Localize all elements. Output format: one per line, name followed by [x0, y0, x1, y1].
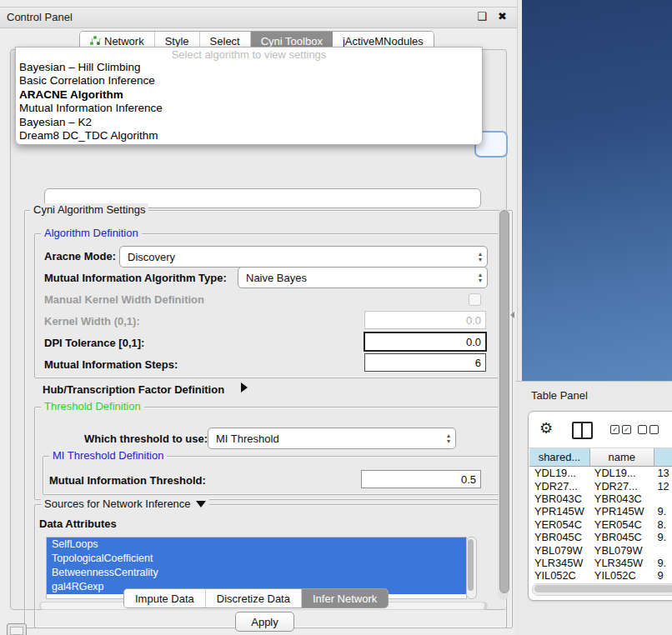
algorithm-option-aracne-algorithm[interactable]: ARACNE Algorithm: [16, 88, 482, 102]
table-cell: YBR045C: [529, 531, 591, 543]
table-cell: YPR145W: [591, 505, 654, 518]
stepper-arrows-icon: [474, 272, 487, 283]
table-row[interactable]: YIL052CYIL052C9: [529, 569, 672, 582]
combo-value: Discovery: [120, 251, 474, 263]
table-row[interactable]: YBR045CYBR045C9.: [529, 531, 672, 543]
algorithm-list: Bayesian – Hill ClimbingBasic Correlatio…: [16, 61, 482, 142]
column-header-shared[interactable]: shared...: [529, 448, 590, 467]
scrollbar-thumb[interactable]: [468, 539, 474, 591]
close-icon[interactable]: ✖: [498, 10, 507, 22]
dpi-tolerance-label: DPI Tolerance [0,1]:: [44, 337, 144, 349]
table-cell: 9: [654, 569, 672, 582]
control-panel-titlebar: Control Panel ❑ ✖: [0, 7, 517, 28]
table-cell: YDR27...: [591, 480, 654, 492]
table-cell: YBL079W: [591, 544, 654, 557]
tab-discretize-data[interactable]: Discretize Data: [206, 589, 302, 608]
table-panel: Table Panel ⚙ ✓ ✓ shared...name YDL19...…: [515, 381, 672, 635]
group-title: Cyni Algorithm Settings: [30, 203, 148, 216]
deselect-all-icon[interactable]: [638, 425, 659, 434]
kernel-width-label: Kernel Width (0,1):: [44, 315, 140, 328]
splitpane-handle-icon[interactable]: [510, 312, 514, 318]
tab-label: Select: [210, 35, 240, 48]
table-row[interactable]: YPR145WYPR145W9.: [529, 505, 672, 518]
split-view-icon[interactable]: [572, 422, 593, 439]
stepper-arrows-icon: [474, 251, 487, 262]
table-row[interactable]: YDR27...YDR27...12: [529, 479, 672, 492]
table-cell: YIL052C: [529, 569, 591, 582]
float-window-icon[interactable]: ❑: [477, 10, 487, 22]
collapsed-right-arrow-icon[interactable]: [241, 382, 248, 392]
table-cell: YBR043C: [591, 492, 654, 505]
table-cell: 9.: [654, 531, 672, 543]
tab-label: Impute Data: [135, 592, 194, 605]
checked-box-icon: ✓: [622, 425, 631, 434]
which-threshold-combo[interactable]: MI Threshold: [208, 428, 456, 449]
mi-steps-field[interactable]: [364, 353, 486, 372]
scrollbar-thumb[interactable]: [499, 210, 509, 593]
attributes-scrollbar[interactable]: [466, 537, 477, 599]
corner-widget[interactable]: [7, 623, 27, 635]
kernel-width-field: [364, 311, 486, 329]
attribute-topologicalcoefficient[interactable]: TopologicalCoefficient: [47, 552, 466, 566]
algorithm-option-mutual-information-inference[interactable]: Mutual Information Inference: [16, 102, 482, 115]
table-row[interactable]: YDL19...YDL19...13: [529, 467, 672, 479]
table-cell: 12: [654, 480, 672, 492]
tab-impute-data[interactable]: Impute Data: [124, 589, 206, 608]
table-row[interactable]: YBL079WYBL079W: [529, 543, 672, 556]
aracne-mode-label: Aracne Mode:: [44, 250, 116, 262]
table-cell: YDL19...: [591, 467, 654, 479]
group-title: Sources for Network Inference: [44, 498, 191, 510]
algorithm-option-bayesian-hill-climbing[interactable]: Bayesian – Hill Climbing: [16, 61, 482, 74]
group-title: Threshold Definition: [41, 400, 144, 412]
table-horizontal-scrollbar[interactable]: [532, 583, 672, 596]
table-panel-title: Table Panel: [531, 389, 588, 402]
tab-label: Style: [165, 35, 189, 48]
select-all-icon[interactable]: ✓ ✓: [610, 425, 631, 434]
table-cell: YER054C: [591, 518, 654, 531]
algorithm-option-dream8-dc-tdc-algorithm[interactable]: Dream8 DC_TDC Algorithm: [16, 129, 482, 142]
tab-infer-network[interactable]: Infer Network: [302, 589, 388, 608]
expanded-down-arrow-icon[interactable]: [196, 501, 206, 508]
column-header-cut[interactable]: [654, 448, 672, 467]
table-cell: YER054C: [529, 518, 591, 531]
which-threshold-label: Which threshold to use:: [84, 432, 208, 445]
mi-threshold-field[interactable]: [361, 470, 481, 488]
apply-button[interactable]: Apply: [235, 612, 294, 632]
node-table-card: ⚙ ✓ ✓ shared...name YDL19...YDL19...13YD…: [528, 411, 672, 601]
mi-algorithm-type-combo[interactable]: Naive Bayes: [238, 267, 488, 288]
table-row[interactable]: YBR043CYBR043C: [529, 492, 672, 505]
group-title: Algorithm Definition: [41, 227, 142, 239]
tab-label: Network: [104, 35, 144, 48]
settings-vertical-scrollbar[interactable]: [498, 208, 509, 600]
network-icon: [90, 36, 100, 46]
aracne-mode-combo[interactable]: Discovery: [119, 246, 488, 268]
manual-kernel-width-checkbox[interactable]: [469, 293, 481, 306]
gear-icon[interactable]: ⚙: [539, 419, 553, 438]
table-cell: YDL19...: [529, 467, 591, 479]
table-header-row: shared...name: [529, 448, 672, 467]
checked-box-icon: ✓: [610, 425, 619, 434]
algorithm-option-basic-correlation-inference[interactable]: Basic Correlation Inference: [16, 74, 482, 88]
algorithm-option-bayesian-k2[interactable]: Bayesian – K2: [16, 116, 482, 129]
dpi-tolerance-field[interactable]: [364, 332, 487, 352]
combo-value: MI Threshold: [208, 432, 442, 445]
scrollbar-thumb[interactable]: [534, 585, 672, 592]
attribute-betweennesscentrality[interactable]: BetweennessCentrality: [47, 566, 466, 580]
table-cell: YIL052C: [591, 569, 654, 582]
table-rows: YDL19...YDL19...13YDR27...YDR27...12YBR0…: [529, 467, 672, 582]
tab-label: jActiveMNodules: [343, 35, 424, 48]
group-title: MI Threshold Definition: [49, 449, 167, 462]
table-cell: YDR27...: [529, 480, 591, 492]
mi-algorithm-type-label: Mutual Information Algorithm Type:: [44, 272, 227, 284]
tab-label: Infer Network: [313, 592, 377, 605]
data-attributes-label: Data Attributes: [39, 518, 117, 530]
column-header-name[interactable]: name: [590, 448, 654, 467]
attribute-selfloops[interactable]: SelfLoops: [47, 538, 466, 552]
tab-label: Cyni Toolbox: [261, 35, 323, 48]
table-cell: 8.: [654, 518, 672, 531]
panel-title: Control Panel: [7, 11, 73, 23]
node-table[interactable]: shared...name YDL19...YDL19...13YDR27...…: [529, 448, 672, 582]
table-row[interactable]: YLR345WYLR345W9.: [529, 557, 672, 569]
table-row[interactable]: YER054CYER054C8.: [529, 518, 672, 531]
tab-label: Discretize Data: [217, 592, 290, 605]
